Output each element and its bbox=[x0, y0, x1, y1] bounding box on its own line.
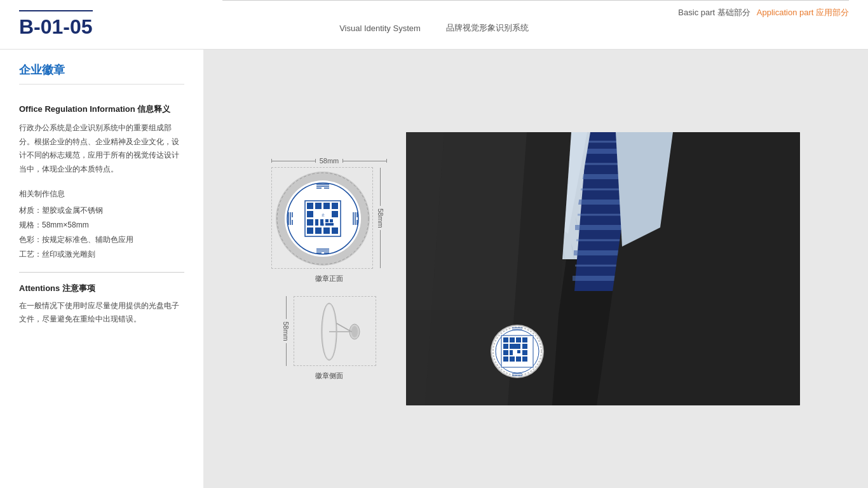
badge-front-label: 徽章正面 bbox=[315, 274, 343, 283]
svg-rect-87 bbox=[503, 337, 508, 342]
dim-width-label: 58mm bbox=[320, 157, 339, 165]
svg-rect-91 bbox=[503, 344, 508, 349]
badge-side-label: 徽章侧面 bbox=[315, 371, 343, 381]
badge-front-container: 58mm bbox=[271, 157, 388, 283]
svg-rect-93 bbox=[503, 350, 508, 355]
left-panel: 企业徽章 Office Regulation Information 信息释义 … bbox=[0, 50, 203, 488]
header: B-01-05 Visual Identity System 品牌视觉形象识别系… bbox=[0, 0, 868, 50]
svg-rect-26 bbox=[332, 211, 338, 217]
svg-rect-22 bbox=[315, 203, 322, 209]
page-code: B-01-05 bbox=[19, 10, 93, 39]
svg-rect-21 bbox=[307, 203, 313, 209]
main-content: 企业徽章 Office Regulation Information 信息释义 … bbox=[0, 50, 868, 488]
svg-rect-100 bbox=[510, 350, 513, 355]
svg-rect-101 bbox=[517, 350, 520, 353]
header-center-nav: Visual Identity System 品牌视觉形象识别系统 bbox=[222, 0, 646, 49]
badge-photo bbox=[406, 132, 800, 405]
nav-vis-system: Visual Identity System bbox=[339, 24, 421, 33]
divider-1 bbox=[19, 272, 184, 273]
svg-rect-28 bbox=[315, 219, 318, 226]
production-item-2: 色彩：按规定标准色、辅助色应用 bbox=[19, 233, 184, 247]
info-text: 行政办公系统是企业识别系统中的重要组成部分。根据企业的特点、企业精神及企业文化，… bbox=[19, 121, 184, 176]
svg-rect-35 bbox=[323, 227, 330, 234]
svg-rect-23 bbox=[323, 203, 330, 209]
badge-side-container: 58mm bbox=[282, 296, 376, 381]
header-left: B-01-05 bbox=[19, 10, 222, 39]
dim-height-label: 58mm bbox=[377, 208, 384, 228]
production-item-1: 规格：58mm×58mm bbox=[19, 218, 184, 233]
production-title: 相关制作信息 bbox=[19, 189, 184, 200]
production-item-3: 工艺：丝印或激光雕刻 bbox=[19, 247, 184, 262]
svg-text:企: 企 bbox=[321, 213, 324, 217]
right-panel: 58mm bbox=[203, 50, 868, 488]
svg-rect-36 bbox=[332, 227, 338, 234]
svg-rect-96 bbox=[510, 356, 515, 362]
badge-front-diagram: 企 业 bbox=[271, 167, 373, 269]
svg-rect-34 bbox=[315, 227, 322, 234]
nav-app-part: Application part 应用部分 bbox=[757, 7, 849, 18]
svg-line-44 bbox=[337, 323, 351, 332]
info-title: Office Regulation Information 信息释义 bbox=[19, 104, 184, 115]
svg-rect-88 bbox=[510, 337, 515, 342]
svg-rect-97 bbox=[516, 356, 521, 362]
svg-rect-27 bbox=[307, 219, 313, 226]
production-item-0: 材质：塑胶或金属不锈钢 bbox=[19, 203, 184, 218]
section-title: 企业徽章 bbox=[19, 62, 184, 85]
svg-rect-89 bbox=[516, 337, 521, 342]
svg-rect-98 bbox=[522, 356, 527, 362]
production-info: 相关制作信息 材质：塑胶或金属不锈钢 规格：58mm×58mm 色彩：按规定标准… bbox=[19, 189, 184, 261]
svg-rect-90 bbox=[522, 337, 527, 342]
svg-point-43 bbox=[351, 326, 358, 337]
svg-rect-92 bbox=[522, 344, 527, 349]
attention-text: 在一般情况下使用时应尽量使用提供的光盘电子文件，尽量避免在重绘中出现错误。 bbox=[19, 299, 184, 327]
nav-basic-part: Basic part 基础部分 bbox=[678, 7, 750, 18]
badge-side-diagram bbox=[294, 296, 376, 366]
dim-side-height-label: 58mm bbox=[282, 322, 290, 341]
svg-rect-30 bbox=[325, 219, 329, 222]
attention-title: Attentions 注意事项 bbox=[19, 283, 184, 294]
badge-diagrams: 58mm bbox=[271, 157, 388, 381]
svg-rect-99 bbox=[510, 344, 520, 349]
nav-brand-cn: 品牌视觉形象识别系统 bbox=[446, 22, 529, 34]
svg-rect-33 bbox=[307, 227, 313, 234]
svg-text:业: 业 bbox=[321, 222, 324, 226]
svg-rect-94 bbox=[522, 350, 527, 355]
svg-rect-95 bbox=[503, 356, 508, 362]
svg-rect-32 bbox=[325, 223, 334, 226]
header-right-nav: Basic part 基础部分 Application part 应用部分 bbox=[646, 0, 849, 49]
svg-rect-24 bbox=[332, 203, 338, 209]
svg-rect-25 bbox=[307, 211, 313, 217]
svg-rect-31 bbox=[330, 219, 333, 222]
